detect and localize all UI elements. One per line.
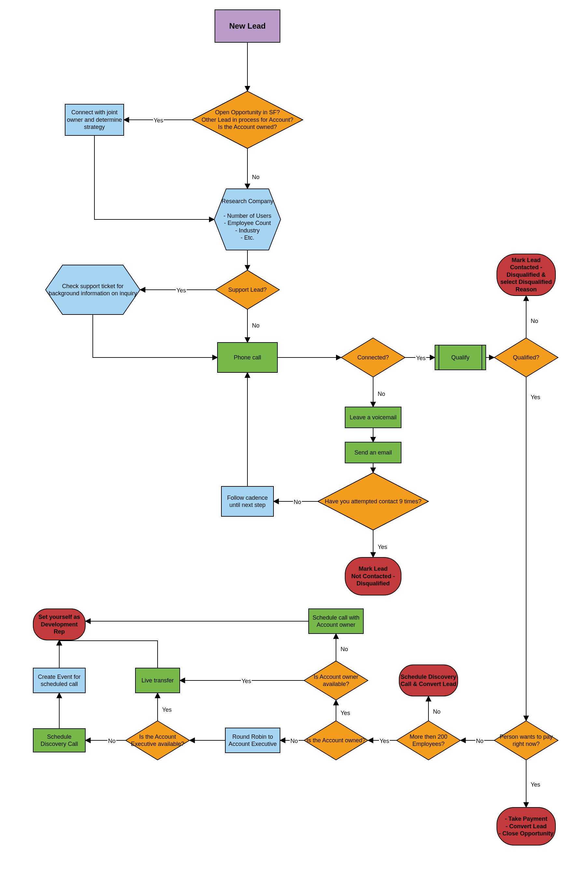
edge-label-more200-schedDiscConv: No [432,709,441,715]
node-schedDisc: Schedule Discovery Call [33,729,85,752]
node-text-voicemail: Leave a voicemail [345,407,401,428]
node-text-attempt9: Have you attempted contact 9 times? [318,473,429,530]
flowchart-canvas: New LeadOpen Opportunity in SF?Other Lea… [0,0,588,881]
node-research: Research Company- Number of Users- Emplo… [214,189,280,250]
edge-label-aeAvail-schedDisc: No [108,738,116,745]
node-ownerAvail: Is Account owner available? [304,661,368,700]
node-schedDiscConv: Schedule Discovery Call & Convert Lead [399,665,458,696]
node-text-more200: More then 200 Employees? [396,721,460,760]
node-text-aeAvail: Is the Account Executive available? [126,721,189,760]
node-accountOwned: Is the Account owned? [304,721,368,760]
node-voicemail: Leave a voicemail [345,407,401,428]
node-qualify: Qualify [435,345,486,370]
edge-label-accountOwned-roundRobin: No [290,738,298,745]
node-text-qualify: Qualify [435,345,486,370]
node-checkTicket: Check support ticket for background info… [46,265,140,315]
edge-label-connected-qualify: Yes [416,355,426,362]
node-text-jointOwner: Connect with joint owner and determine s… [65,104,124,135]
node-more200: More then 200 Employees? [396,721,460,760]
node-text-qualified: Qualified? [494,338,558,377]
node-text-liveTransfer: Live transfer [135,668,180,693]
node-phoneCall: Phone call [218,343,278,372]
node-connected: Connected? [341,338,405,377]
edge-label-payNow-more200: No [476,738,484,745]
node-text-takePayment: - Take Payment- Convert Lead- Close Oppo… [497,808,555,845]
node-text-connected: Connected? [341,338,405,377]
edge-label-aeAvail-liveTransfer: Yes [162,707,172,713]
edge-label-attempt9-markNotContact: Yes [377,544,388,551]
node-text-markDisq: Mark Lead Contacted - Disqualified & sel… [497,254,555,296]
node-markDisq: Mark Lead Contacted - Disqualified & sel… [497,254,555,296]
node-attempt9: Have you attempted contact 9 times? [318,473,429,530]
node-takePayment: - Take Payment- Convert Lead- Close Oppo… [497,808,555,845]
node-text-research: Research Company- Number of Users- Emplo… [214,189,280,250]
node-roundRobin: Round Robin to Account Executive [225,728,280,753]
edge-label-connected-voicemail: No [377,391,386,397]
node-qualified: Qualified? [494,338,558,377]
node-text-openOpp: Open Opportunity in SF?Other Lead in pro… [192,91,303,148]
node-text-markNotContact: Mark LeadNot Contacted - Disqualified [345,557,401,595]
node-openOpp: Open Opportunity in SF?Other Lead in pro… [192,91,303,148]
node-liveTransfer: Live transfer [135,668,180,693]
node-sendEmail: Send an email [345,442,401,463]
node-text-ownerAvail: Is Account owner available? [304,661,368,700]
node-text-supportLead: Support Lead? [216,270,279,309]
edge-label-supportLead-checkTicket: Yes [176,287,186,294]
edge-label-accountOwned-ownerAvail: Yes [340,710,351,716]
node-schedCallOwner: Schedule call with Account owner [309,609,363,634]
node-text-schedDisc: Schedule Discovery Call [33,729,85,752]
node-aeAvail: Is the Account Executive available? [126,721,189,760]
node-text-createEvent: Create Event for scheduled call [33,668,85,693]
edge-liveTransfer-setDevRep [59,640,158,668]
edge-label-openOpp-jointOwner: Yes [153,117,164,124]
node-jointOwner: Connect with joint owner and determine s… [65,104,124,135]
edge-label-qualified-markDisq: No [530,318,539,325]
edge-label-ownerAvail-liveTransfer: Yes [241,678,252,685]
edge-label-more200-accountOwned: Yes [379,738,390,745]
edge-label-qualified-payNow: Yes [530,394,541,401]
node-createEvent: Create Event for scheduled call [33,668,85,693]
node-supportLead: Support Lead? [216,270,279,309]
edge-label-openOpp-research: No [251,174,260,181]
node-markNotContact: Mark LeadNot Contacted - Disqualified [345,557,401,595]
node-text-roundRobin: Round Robin to Account Executive [225,728,280,753]
node-text-setDevRep: Set yourself as Development Rep [33,609,85,640]
node-text-sendEmail: Send an email [345,442,401,463]
edge-label-payNow-takePayment: Yes [530,781,541,788]
edge-label-supportLead-phoneCall: No [251,322,260,329]
edge-label-attempt9-followCadence: No [293,499,302,506]
node-payNow: Person wants to pay right now? [494,721,558,760]
node-followCadence: Follow cadence until next step [221,486,273,516]
node-newLead: New Lead [215,10,280,42]
node-text-schedDiscConv: Schedule Discovery Call & Convert Lead [399,665,458,696]
node-text-phoneCall: Phone call [218,343,278,372]
edge-checkTicket-phoneCall [93,315,218,358]
node-text-checkTicket: Check support ticket for background info… [46,265,140,315]
node-text-payNow: Person wants to pay right now? [494,721,558,760]
node-setDevRep: Set yourself as Development Rep [33,609,85,640]
node-text-accountOwned: Is the Account owned? [304,721,368,760]
edge-label-ownerAvail-schedCallOwner: No [340,646,349,653]
node-text-schedCallOwner: Schedule call with Account owner [309,609,363,634]
node-text-newLead: New Lead [215,10,280,42]
node-text-followCadence: Follow cadence until next step [221,486,273,516]
